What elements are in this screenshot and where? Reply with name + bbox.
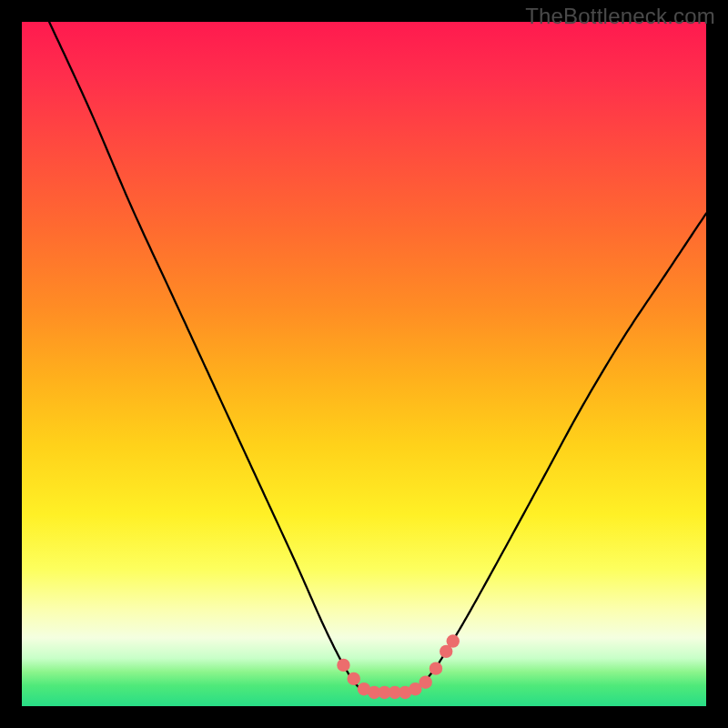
curve-marker bbox=[430, 662, 442, 674]
curve-marker bbox=[419, 675, 431, 688]
chart-frame: TheBottleneck.com bbox=[0, 0, 728, 728]
watermark-text: TheBottleneck.com bbox=[525, 4, 715, 29]
bottleneck-curve bbox=[49, 22, 706, 693]
curve-markers bbox=[337, 634, 460, 699]
curve-marker bbox=[337, 659, 349, 672]
chart-overlay bbox=[22, 22, 706, 706]
curve-marker bbox=[348, 672, 360, 685]
curve-marker bbox=[447, 634, 460, 647]
